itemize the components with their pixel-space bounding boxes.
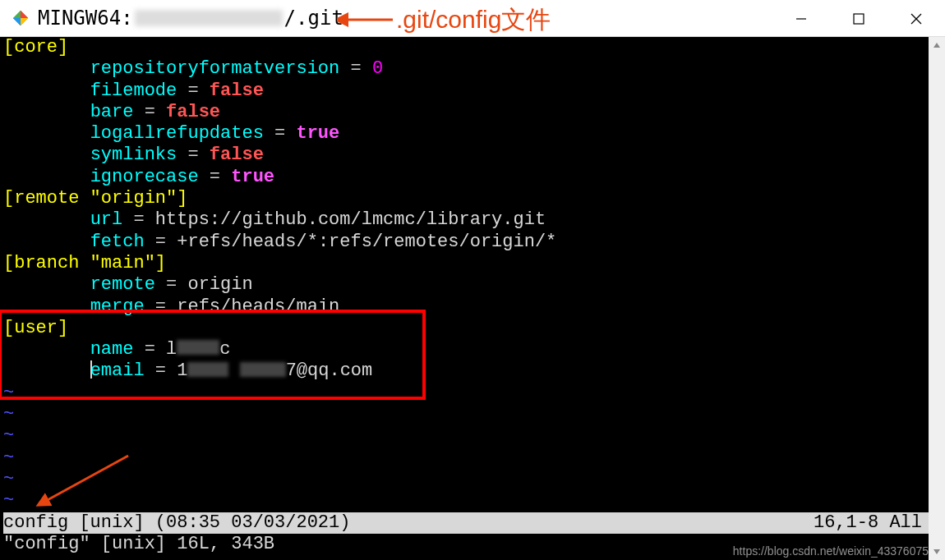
val-fetch: +refs/heads/*:refs/remotes/origin/* xyxy=(177,232,556,252)
section-user: [user] xyxy=(3,318,68,338)
key-bare: bare xyxy=(90,102,134,122)
key-ignorecase: ignorecase xyxy=(90,167,199,187)
val-url: https://github.com/lmcmc/library.git xyxy=(155,209,546,230)
val-email: 1 7@qq.com xyxy=(177,360,372,381)
val-symlinks: false xyxy=(210,145,264,165)
key-remote: remote xyxy=(90,274,155,295)
key-repositoryformatversion: repositoryformatversion xyxy=(90,58,340,79)
key-fetch: fetch xyxy=(90,232,145,252)
svg-marker-12 xyxy=(933,43,940,48)
key-email: email xyxy=(90,360,145,381)
svg-marker-2 xyxy=(13,18,21,25)
key-logallrefupdates: logallrefupdates xyxy=(90,123,264,144)
vim-tilde: ~ xyxy=(3,490,929,512)
val-filemode: false xyxy=(210,80,264,101)
vim-tilde: ~ xyxy=(3,448,929,469)
section-remote: [remote "origin"] xyxy=(3,188,187,209)
app-icon xyxy=(12,9,30,27)
scrollbar[interactable] xyxy=(929,37,945,560)
val-bare: false xyxy=(166,102,220,122)
key-merge: merge xyxy=(90,296,145,317)
val-name: lc xyxy=(166,339,230,360)
close-button[interactable] xyxy=(887,0,945,37)
maximize-button[interactable] xyxy=(830,0,887,37)
svg-rect-5 xyxy=(854,14,864,24)
val-remote: origin xyxy=(187,274,252,295)
minimize-button[interactable] xyxy=(772,0,830,37)
section-branch: [branch "main"] xyxy=(3,253,166,273)
svg-marker-13 xyxy=(933,549,940,554)
vim-tilde: ~ xyxy=(3,425,929,447)
svg-marker-3 xyxy=(21,18,28,25)
vim-tilde: ~ xyxy=(3,383,929,404)
val-merge: refs/heads/main xyxy=(177,296,339,317)
val-logallrefupdates: true xyxy=(296,123,339,144)
watermark: https://blog.csdn.net/weixin_43376075 xyxy=(733,544,929,558)
cursor xyxy=(90,360,92,379)
section-core: [core] xyxy=(3,37,68,57)
scroll-down-button[interactable] xyxy=(929,544,945,560)
vim-tilde: ~ xyxy=(3,469,929,490)
terminal-content[interactable]: [core] repositoryformatversion = 0 filem… xyxy=(0,37,929,560)
window-titlebar: MINGW64: /.git xyxy=(0,0,945,37)
val-ignorecase: true xyxy=(231,167,274,187)
redacted-path xyxy=(135,10,283,26)
key-filemode: filemode xyxy=(90,80,177,101)
key-symlinks: symlinks xyxy=(90,145,177,165)
key-name: name xyxy=(90,339,134,360)
vim-status-line: config [unix] (08:35 03/03/2021)16,1-8 A… xyxy=(3,512,929,534)
window-title: MINGW64: /.git xyxy=(38,7,343,30)
key-url: url xyxy=(90,209,123,230)
window-controls xyxy=(772,0,945,37)
scroll-up-button[interactable] xyxy=(929,37,945,53)
val-repositoryformatversion: 0 xyxy=(372,58,383,79)
svg-marker-1 xyxy=(21,11,28,18)
vim-tilde: ~ xyxy=(3,404,929,425)
